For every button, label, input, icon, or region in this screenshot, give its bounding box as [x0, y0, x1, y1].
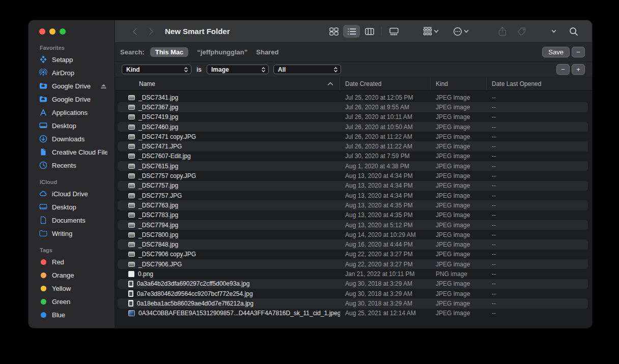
filter-secondary-text: All	[278, 66, 286, 73]
remove-criterion-button[interactable]: −	[556, 64, 570, 75]
file-thumbnail-icon	[128, 271, 134, 277]
share-button[interactable]	[494, 25, 511, 38]
file-row[interactable]: _DSC7906.JPGAug 22, 2020 at 3:27 PMJPEG …	[118, 259, 588, 269]
file-row[interactable]: _DSC7763.jpgAug 13, 2020 at 4:35 PMJPEG …	[118, 200, 588, 210]
file-kind: JPEG image	[431, 163, 487, 170]
scope-this-mac[interactable]: This Mac	[150, 47, 189, 57]
add-criterion-button[interactable]: +	[572, 64, 585, 75]
file-row[interactable]: 0A34C0BBAFEBE9A15312909857...D44A3FF4A78…	[118, 309, 588, 318]
file-name-cell: _DSC7794.jpg	[118, 222, 340, 229]
column-view-button[interactable]	[361, 25, 378, 38]
sidebar-item-desktop[interactable]: Desktop	[34, 119, 110, 132]
column-header-kind[interactable]: Kind	[431, 77, 487, 90]
scope-user-folder[interactable]: “jeffphungglan”	[197, 48, 247, 56]
sidebar-item-setapp[interactable]: Setapp	[34, 53, 110, 66]
file-thumbnail-icon	[128, 232, 135, 237]
setapp-icon	[39, 55, 48, 64]
file-kind: JPEG image	[431, 202, 487, 209]
file-row[interactable]: 0a3a64b2d3dfa690297c2cff5d00e93a.jpgAug …	[118, 279, 588, 289]
file-row[interactable]: _DSC7341.jpgJul 25, 2020 at 12:05 PMJPEG…	[118, 93, 588, 102]
stepper-icon	[333, 67, 338, 73]
sidebar-item-google-drive[interactable]: Google Drive	[34, 93, 110, 106]
file-row[interactable]: _DSC7800.jpgAug 14, 2020 at 10:29 AMJPEG…	[118, 230, 588, 239]
eject-icon[interactable]	[100, 83, 107, 89]
file-row[interactable]: _DSC7471.JPGJul 26, 2020 at 11:22 AMJPEG…	[118, 141, 588, 151]
actions-button[interactable]	[453, 25, 469, 38]
file-row[interactable]: _DSC7757.jpgAug 13, 2020 at 4:34 PMJPEG …	[118, 181, 588, 191]
sidebar-item-label: Documents	[52, 217, 107, 224]
sidebar-item-label: Recents	[52, 162, 107, 169]
file-row[interactable]: _DSC7460.jpgJul 26, 2020 at 10:50 AMJPEG…	[118, 122, 588, 132]
file-thumbnail-icon	[128, 203, 135, 208]
file-thumbnail-icon	[128, 134, 135, 139]
desktop-dashed-icon	[39, 203, 48, 211]
sidebar-item-desktop[interactable]: Desktop	[34, 200, 110, 214]
search-button[interactable]	[565, 25, 582, 38]
file-kind: JPEG image	[431, 153, 487, 160]
file-row[interactable]: _DSC7419.jpgJul 26, 2020 at 10:11 AMJPEG…	[118, 112, 588, 122]
file-thumbnail-icon	[128, 262, 135, 267]
sidebar-item-orange[interactable]: Orange	[34, 268, 110, 282]
file-row[interactable]: _DSC7757 copy.JPGAug 13, 2020 at 4:34 PM…	[118, 171, 588, 180]
file-row[interactable]: _DSC7848.jpgAug 16, 2020 at 4:44 PMJPEG …	[118, 239, 588, 249]
sidebar-item-recents[interactable]: Recents	[34, 159, 110, 172]
sidebar-item-documents[interactable]: Documents	[34, 214, 110, 227]
sidebar-item-icloud-drive[interactable]: iCloud Drive	[34, 187, 110, 200]
scope-shared[interactable]: Shared	[256, 48, 278, 56]
zoom-button[interactable]	[60, 28, 66, 35]
sidebar-item-label: Yellow	[52, 285, 107, 292]
file-row[interactable]: 0.pngJan 21, 2022 at 10:11 PMPNG image--	[118, 269, 588, 279]
file-row[interactable]: _DSC7757.JPGAug 13, 2020 at 4:34 PMJPEG …	[118, 191, 588, 200]
sidebar-item-green[interactable]: Green	[34, 295, 110, 308]
file-row[interactable]: _DSC7471 copy.JPGJul 26, 2020 at 11:22 A…	[118, 132, 588, 141]
minimize-button[interactable]	[49, 28, 55, 35]
group-icon	[423, 27, 432, 36]
sidebar-item-red[interactable]: Red	[34, 255, 110, 268]
close-button[interactable]	[39, 28, 45, 35]
save-button[interactable]: Save	[542, 47, 570, 57]
file-row[interactable]: _DSC7794.jpgAug 13, 2020 at 5:12 PMJPEG …	[118, 220, 588, 230]
file-name-cell: _DSC7367.jpg	[118, 104, 340, 111]
sidebar-item-yellow[interactable]: Yellow	[34, 282, 110, 295]
file-row[interactable]: 0a7e3d80462d9564cc9207bcf772e254.jpgAug …	[118, 289, 588, 298]
filter-secondary-dropdown[interactable]: All	[273, 65, 341, 74]
file-kind: JPEG image	[431, 113, 487, 120]
file-row[interactable]: _DSC7615.jpgAug 1, 2020 at 4:38 PMJPEG i…	[118, 161, 588, 171]
filter-field-dropdown[interactable]: Kind	[122, 65, 191, 74]
sidebar-item-writing[interactable]: Writing	[34, 227, 110, 240]
toolbar-overflow-button[interactable]	[545, 25, 562, 38]
airdrop-icon	[39, 69, 48, 77]
tag-button[interactable]	[513, 25, 530, 38]
gallery-view-button[interactable]	[385, 25, 402, 38]
file-row[interactable]: 0a18eba1ac5b86029ae4d0d7e7f6212a.jpgAug …	[118, 298, 588, 308]
list-view-button[interactable]	[343, 25, 360, 38]
desktop-icon	[39, 122, 48, 130]
back-button[interactable]	[129, 27, 140, 36]
sidebar-item-applications[interactable]: Applications	[34, 106, 110, 119]
filter-value-dropdown[interactable]: Image	[207, 65, 269, 74]
remove-search-button[interactable]: −	[572, 47, 585, 57]
file-row[interactable]: _DSC7607-Edit.jpgJul 30, 2020 at 7:59 PM…	[118, 151, 588, 161]
column-header-date-last-opened[interactable]: Date Last Opened	[487, 77, 592, 90]
file-name: _DSC7471.JPG	[138, 143, 182, 150]
file-date-last-opened: --	[487, 133, 588, 140]
file-name-cell: 0a7e3d80462d9564cc9207bcf772e254.jpg	[118, 290, 340, 297]
icloud-icon	[39, 190, 48, 198]
sidebar-item-label: AirDrop	[52, 69, 107, 77]
file-row[interactable]: _DSC7367.jpgJul 26, 2020 at 9:55 AMJPEG …	[118, 102, 588, 112]
sidebar-item-creative-cloud-files[interactable]: Creative Cloud Files	[34, 145, 110, 159]
icon-view-button[interactable]	[325, 25, 342, 38]
sidebar-item-blue[interactable]: Blue	[34, 308, 110, 321]
forward-button[interactable]	[146, 27, 157, 36]
column-header-date-created[interactable]: Date Created	[340, 77, 431, 90]
file-row[interactable]: _DSC7783.jpgAug 13, 2020 at 4:35 PMJPEG …	[118, 210, 588, 220]
sidebar-item-airdrop[interactable]: AirDrop	[34, 66, 110, 79]
sidebar-item-downloads[interactable]: Downloads	[34, 132, 110, 145]
column-header-name[interactable]: Name	[115, 77, 340, 90]
tag-dot	[39, 258, 48, 266]
sidebar-item-google-drive[interactable]: Google Drive	[34, 79, 110, 93]
file-name-cell: _DSC7615.jpg	[118, 163, 340, 170]
ellipsis-circle-icon	[453, 27, 462, 36]
group-by-button[interactable]	[423, 25, 439, 38]
file-row[interactable]: _DSC7906 copy.JPGAug 22, 2020 at 3:27 PM…	[118, 250, 588, 259]
